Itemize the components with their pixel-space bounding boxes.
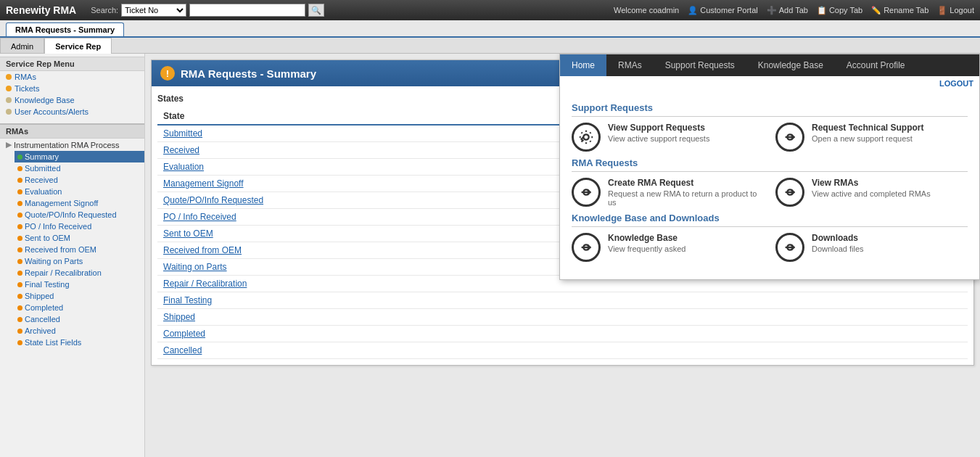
- service-rep-menu-header: Service Rep Menu: [0, 57, 144, 71]
- svg-point-0: [583, 134, 588, 139]
- cp-card-request-support: Request Technical Support Open a new sup…: [775, 123, 968, 152]
- cp-nav-home[interactable]: Home: [560, 54, 606, 76]
- tree-item-po-received[interactable]: PO / Info Received: [15, 221, 144, 232]
- request-support-text: Request Technical Support Open a new sup…: [812, 123, 923, 143]
- cp-card-downloads: Downloads Download files: [775, 233, 968, 262]
- tree-item-archived[interactable]: Archived: [15, 325, 144, 337]
- state-link-5[interactable]: PO / Info Received: [163, 212, 236, 222]
- create-rma-text: Create RMA Request Request a new RMA to …: [608, 178, 764, 207]
- tree-item-submitted[interactable]: Submitted: [15, 162, 144, 174]
- view-support-text: View Support Requests View active suppor…: [608, 123, 709, 143]
- rma-folder[interactable]: ▶ Instrumentation RMA Process: [3, 139, 144, 151]
- tabbar: RMA Requests - Summary: [0, 20, 980, 38]
- tree-item-received-oem[interactable]: Received from OEM: [15, 244, 144, 255]
- tree-item-waiting-parts[interactable]: Waiting on Parts: [15, 255, 144, 267]
- repair-dot: [17, 271, 22, 276]
- rename-tab-link[interactable]: ✏️ Rename Tab: [871, 6, 928, 15]
- ua-dot: [6, 109, 12, 115]
- customer-portal-link[interactable]: 👤 Customer Portal: [688, 6, 757, 15]
- create-rma-title[interactable]: Create RMA Request: [608, 178, 764, 188]
- state-link-0[interactable]: Submitted: [163, 128, 202, 139]
- sidebar-item-rmas[interactable]: RMAs: [0, 71, 144, 83]
- rma-tree: ▶ Instrumentation RMA Process Summary Su…: [0, 139, 144, 348]
- state-link-13[interactable]: Cancelled: [163, 345, 202, 355]
- sidebar-item-tickets[interactable]: Tickets: [0, 83, 144, 94]
- tree-item-sent-oem[interactable]: Sent to OEM: [15, 232, 144, 244]
- tree-item-mgmt-signoff[interactable]: Management Signoff: [15, 197, 144, 209]
- tree-item-final-testing[interactable]: Final Testing: [15, 279, 144, 290]
- downloads-text: Downloads Download files: [812, 233, 864, 253]
- tree-item-summary[interactable]: Summary: [15, 151, 144, 162]
- cp-nav-kb[interactable]: Knowledge Base: [746, 54, 835, 76]
- downloads-desc: Download files: [812, 244, 864, 253]
- cp-nav-rmas[interactable]: RMAs: [606, 54, 654, 76]
- kb-icon: [572, 233, 601, 262]
- view-rmas-desc: View active and completed RMAs: [812, 189, 931, 198]
- count-cell-11: [545, 309, 968, 326]
- view-support-title[interactable]: View Support Requests: [608, 123, 709, 133]
- tree-item-cancelled[interactable]: Cancelled: [15, 313, 144, 325]
- cp-nav-profile[interactable]: Account Profile: [835, 54, 917, 76]
- kb-text: Knowledge Base View frequently asked: [608, 233, 685, 253]
- view-rmas-title[interactable]: View RMAs: [812, 178, 931, 188]
- admin-button[interactable]: Admin: [0, 38, 44, 54]
- copy-tab-link[interactable]: 📋 Copy Tab: [817, 6, 862, 15]
- request-support-title[interactable]: Request Technical Support: [812, 123, 923, 133]
- support-cards: View Support Requests View active suppor…: [572, 123, 968, 152]
- logout-link[interactable]: 🚪 Logout: [937, 6, 974, 15]
- tree-item-repair[interactable]: Repair / Recalibration: [15, 267, 144, 279]
- tree-item-quote-po[interactable]: Quote/PO/Info Requested: [15, 209, 144, 221]
- rma-cards: Create RMA Request Request a new RMA to …: [572, 178, 968, 207]
- state-link-1[interactable]: Received: [163, 145, 199, 155]
- state-link-2[interactable]: Evaluation: [163, 162, 204, 172]
- sidebar-item-knowledge-base[interactable]: Knowledge Base: [0, 94, 144, 106]
- state-link-10[interactable]: Final Testing: [163, 295, 212, 305]
- tree-item-evaluation[interactable]: Evaluation: [15, 186, 144, 197]
- cp-card-create-rma: Create RMA Request Request a new RMA to …: [572, 178, 764, 207]
- customer-portal-panel: Home RMAs Support Requests Knowledge Bas…: [559, 54, 980, 280]
- kb-title[interactable]: Knowledge Base: [608, 233, 685, 243]
- received-dot: [17, 178, 22, 183]
- topbar-right: Welcome coadmin 👤 Customer Portal ➕ Add …: [614, 6, 974, 15]
- logout-icon: 🚪: [937, 6, 947, 15]
- summary-dot: [17, 155, 22, 160]
- add-tab-link[interactable]: ➕ Add Tab: [767, 6, 808, 15]
- support-requests-title: Support Requests: [572, 102, 968, 117]
- tab-rma-summary[interactable]: RMA Requests - Summary: [6, 22, 124, 36]
- tree-item-received[interactable]: Received: [15, 174, 144, 186]
- state-link-12[interactable]: Completed: [163, 329, 205, 339]
- search-input[interactable]: [189, 4, 305, 17]
- state-link-8[interactable]: Waiting on Parts: [163, 262, 227, 272]
- table-row: Shipped: [157, 309, 968, 326]
- cp-logout-link[interactable]: LOGOUT: [939, 79, 973, 88]
- state-link-4[interactable]: Quote/PO/Info Requested: [163, 195, 263, 205]
- cp-card-view-support: View Support Requests View active suppor…: [572, 123, 764, 152]
- state-link-9[interactable]: Repair / Recalibration: [163, 279, 247, 289]
- app-title: Renewity RMA: [6, 4, 76, 16]
- welcome-text: Welcome coadmin: [614, 6, 679, 15]
- rma-summary-title: RMA Requests - Summary: [181, 67, 316, 80]
- add-icon: ➕: [767, 6, 777, 15]
- downloads-title[interactable]: Downloads: [812, 233, 864, 243]
- kb-dot: [6, 97, 12, 103]
- topbar: Renewity RMA Search: Ticket No 🔍 Welcome…: [0, 0, 980, 20]
- state-link-3[interactable]: Management Signoff: [163, 178, 244, 189]
- search-button[interactable]: 🔍: [308, 4, 324, 17]
- sent-oem-dot: [17, 236, 22, 241]
- table-row: Cancelled: [157, 342, 968, 359]
- view-support-desc: View active support requests: [608, 134, 709, 143]
- cp-nav-support[interactable]: Support Requests: [654, 54, 746, 76]
- rmas-section-header: RMAs: [0, 123, 144, 139]
- sidebar-item-user-accounts[interactable]: User Accounts/Alerts: [0, 106, 144, 118]
- tree-item-shipped[interactable]: Shipped: [15, 290, 144, 302]
- tree-item-state-list[interactable]: State List Fields: [15, 337, 144, 348]
- tree-item-completed[interactable]: Completed: [15, 302, 144, 313]
- state-list-dot: [17, 340, 22, 345]
- search-select[interactable]: Ticket No: [121, 4, 186, 17]
- content-area: ! RMA Requests - Summary States State Nu…: [145, 54, 980, 457]
- service-rep-button[interactable]: Service Rep: [44, 38, 112, 54]
- create-rma-icon: [572, 178, 601, 207]
- state-link-7[interactable]: Received from OEM: [163, 245, 242, 255]
- state-link-6[interactable]: Sent to OEM: [163, 228, 213, 239]
- state-link-11[interactable]: Shipped: [163, 312, 195, 322]
